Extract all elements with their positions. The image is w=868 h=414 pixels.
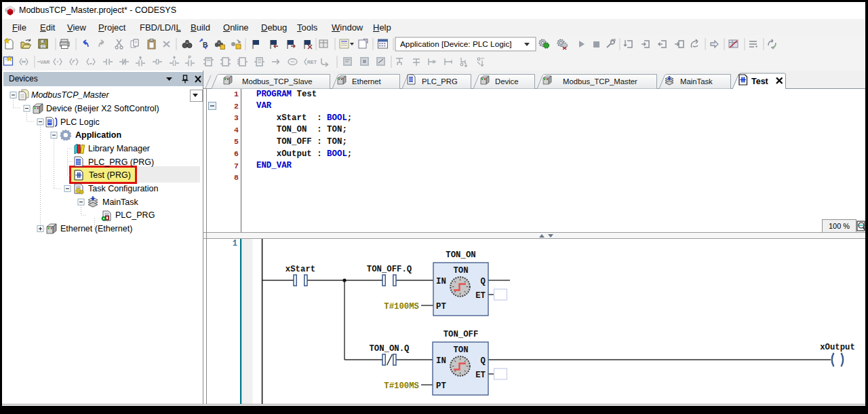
svg-text:PLC_PRG: PLC_PRG: [422, 77, 458, 86]
svg-text:T#100MS: T#100MS: [384, 381, 419, 391]
svg-text:P: P: [189, 55, 192, 60]
svg-text:TON_OFF: TON_OFF: [443, 330, 479, 339]
svg-text:Ethernet: Ethernet: [352, 77, 382, 86]
svg-text:PT: PT: [436, 302, 446, 312]
svg-text:Q: Q: [481, 356, 486, 366]
svg-text:xStart: xStart: [285, 265, 315, 274]
svg-text:Modbus_TCP_Master: Modbus_TCP_Master: [563, 77, 637, 86]
svg-text:Application [Device: PLC Logic: Application [Device: PLC Logic]: [400, 39, 512, 49]
svg-text:xOutput: xOutput: [820, 343, 855, 352]
svg-text:TON_ON.Q: TON_ON.Q: [369, 344, 410, 354]
svg-text:TON_ON: TON_ON: [446, 250, 475, 260]
svg-text:TON_OFF.Q: TON_OFF.Q: [367, 265, 412, 274]
svg-text:VAR: VAR: [40, 60, 50, 64]
svg-text:PT: PT: [436, 381, 446, 391]
svg-text:MainTask: MainTask: [680, 77, 713, 86]
svg-text:RET: RET: [307, 60, 317, 64]
svg-text:ET: ET: [475, 291, 486, 301]
svg-text:T#100MS: T#100MS: [384, 302, 419, 312]
svg-text:Test: Test: [751, 77, 769, 86]
svg-text:Device: Device: [495, 77, 519, 86]
svg-text:TON: TON: [453, 266, 468, 276]
svg-text:1: 1: [233, 239, 237, 248]
svg-text:Modbus_TCP_Slave: Modbus_TCP_Slave: [242, 77, 313, 86]
svg-text:IN: IN: [436, 356, 446, 366]
svg-text:IN: IN: [436, 277, 446, 286]
svg-text:ET: ET: [475, 371, 486, 380]
svg-text:Q: Q: [481, 277, 486, 286]
svg-text:TON: TON: [453, 345, 468, 355]
